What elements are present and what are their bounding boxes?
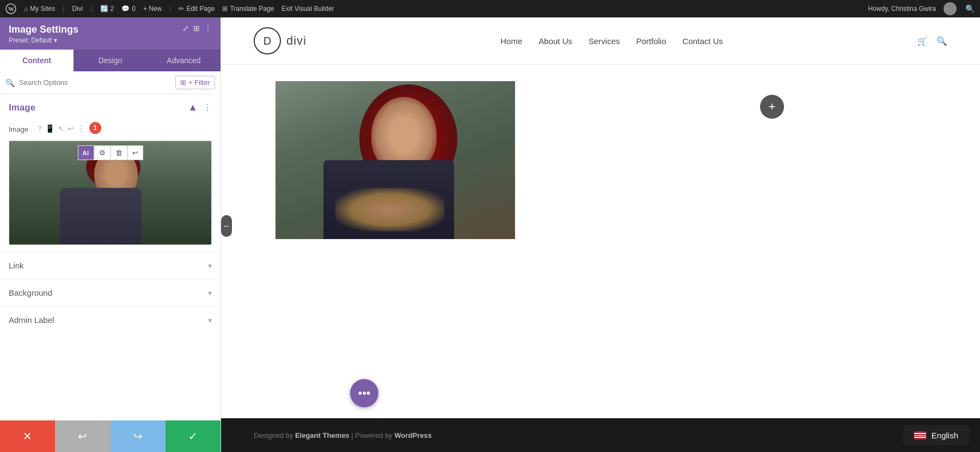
cancel-button[interactable]: ✕ — [0, 420, 55, 452]
logo-text: divi — [286, 34, 307, 48]
comments-link[interactable]: 💬 0 — [121, 5, 136, 13]
link-chevron-icon: ▾ — [208, 261, 212, 270]
delete-overlay-button[interactable]: 🗑 — [111, 145, 127, 160]
sidebar-expand-icon[interactable]: ⤢ — [182, 24, 189, 33]
cart-icon[interactable]: 🛒 — [917, 36, 928, 46]
image-section-actions: ▲ ⋮ — [188, 102, 212, 113]
ai-button[interactable]: AI — [78, 145, 94, 160]
help-icon[interactable]: ? — [38, 124, 42, 133]
admin-label-section-title: Admin Label — [9, 315, 54, 325]
admin-label-section: Admin Label ▾ — [0, 306, 220, 333]
edit-icon: ✏ — [179, 5, 184, 13]
nav-portfolio[interactable]: Portfolio — [636, 36, 666, 46]
footer-brand: Elegant Themes — [295, 431, 350, 439]
sidebar-preset[interactable]: Preset: Default ▾ — [9, 36, 78, 44]
nav-home[interactable]: Home — [500, 36, 522, 46]
filter-icon: ⊞ — [180, 78, 186, 87]
counter-link[interactable]: 🔄 2 — [100, 5, 114, 13]
exit-builder-link[interactable]: Exit Visual Builder — [281, 5, 334, 13]
background-accordion-header[interactable]: Background ▾ — [0, 279, 220, 306]
divi-link[interactable]: Divi — [72, 5, 83, 13]
logo-circle: D — [254, 27, 281, 54]
sidebar-content: Image ▲ ⋮ Image ? 📱 ↖ ↩ ⋮ 1 — [0, 94, 220, 420]
mobile-icon[interactable]: 📱 — [45, 124, 54, 133]
site-logo: D divi — [254, 27, 307, 54]
save-button[interactable]: ✓ — [166, 420, 220, 452]
resize-handle[interactable]: ↔ — [221, 215, 232, 237]
search-nav-icon[interactable]: 🔍 — [936, 36, 947, 46]
language-pill[interactable]: English — [903, 425, 969, 445]
sidebar-grid-icon[interactable]: ⊞ — [193, 24, 200, 33]
add-content-button[interactable]: + — [760, 95, 784, 119]
undo-icon[interactable]: ↩ — [68, 124, 74, 133]
website-footer: Designed by Elegant Themes | Powered by … — [221, 418, 980, 452]
wp-logo-link[interactable]: W — [5, 3, 16, 14]
translate-page-link[interactable]: ⊞ Translate Page — [222, 5, 274, 13]
footer-text: Designed by Elegant Themes | Powered by … — [254, 431, 432, 439]
undo-overlay-button[interactable]: ↩ — [127, 145, 143, 160]
image-section-header: Image ▲ ⋮ — [0, 94, 220, 119]
fab-button[interactable]: ••• — [350, 379, 378, 407]
main-layout: ↔ Image Settings Preset: Default ▾ ⤢ ⊞ ⋮… — [0, 17, 980, 452]
search-row: 🔍 ⊞ + Filter — [0, 71, 220, 94]
image-field-label: Image — [9, 122, 33, 133]
link-accordion-header[interactable]: Link ▾ — [0, 252, 220, 279]
site-nav: Home About Us Services Portfolio Contact… — [500, 36, 722, 46]
image-badge: 1 — [89, 122, 101, 134]
edit-page-link[interactable]: ✏ Edit Page — [179, 5, 215, 13]
user-label: Howdy, Christina Gwira — [868, 5, 936, 13]
sidebar-more-icon[interactable]: ⋮ — [204, 24, 212, 33]
background-chevron-icon: ▾ — [208, 289, 212, 297]
image-section-title: Image — [9, 102, 35, 113]
image-collapse-icon[interactable]: ▲ — [188, 102, 198, 113]
redo-button[interactable]: ↪ — [111, 420, 166, 452]
nav-contact[interactable]: Contact Us — [683, 36, 723, 46]
image-overlay-toolbar: AI ⚙ 🗑 ↩ — [78, 145, 143, 160]
search-icon: 🔍 — [5, 78, 15, 87]
background-section-title: Background — [9, 288, 52, 297]
link-section: Link ▾ — [0, 252, 220, 279]
admin-bar: W ⌂ My Sites | Divi | 🔄 2 💬 0 + New | ✏ … — [0, 0, 980, 17]
nav-icons: 🛒 🔍 — [917, 36, 947, 46]
image-more-icon[interactable]: ⋮ — [203, 102, 212, 113]
image-preview: AI ⚙ 🗑 ↩ — [9, 141, 211, 245]
nav-services[interactable]: Services — [589, 36, 620, 46]
image-field-row: Image ? 📱 ↖ ↩ ⋮ 1 — [0, 119, 220, 141]
search-input[interactable] — [19, 78, 171, 87]
tab-advanced[interactable]: Advanced — [147, 50, 220, 71]
filter-button[interactable]: ⊞ + Filter — [175, 76, 215, 89]
flag-icon — [914, 431, 926, 439]
nav-about[interactable]: About Us — [538, 36, 572, 46]
sidebar-header-actions: ⤢ ⊞ ⋮ — [182, 24, 212, 33]
more-options-icon[interactable]: ⋮ — [77, 124, 85, 133]
sidebar-header: Image Settings Preset: Default ▾ ⤢ ⊞ ⋮ — [0, 17, 220, 50]
tab-design[interactable]: Design — [74, 50, 147, 71]
image-preview-container[interactable]: AI ⚙ 🗑 ↩ — [9, 141, 212, 245]
sidebar-title: Image Settings — [9, 24, 78, 35]
main-page-image — [275, 81, 515, 239]
comment-icon: 💬 — [121, 5, 130, 13]
bottom-action-bar: ✕ ↩ ↪ ✓ — [0, 420, 220, 452]
website-body: + ••• — [221, 65, 980, 418]
undo-button[interactable]: ↩ — [55, 420, 110, 452]
admin-label-chevron-icon: ▾ — [208, 316, 212, 325]
search-icon[interactable]: 🔍 — [965, 4, 975, 13]
language-label: English — [932, 431, 958, 440]
translate-icon: ⊞ — [222, 5, 228, 13]
website-header: D divi Home About Us Services Portfolio … — [221, 17, 980, 65]
background-section: Background ▾ — [0, 279, 220, 306]
admin-label-accordion-header[interactable]: Admin Label ▾ — [0, 307, 220, 333]
tab-content[interactable]: Content — [0, 50, 74, 71]
svg-text:W: W — [8, 5, 14, 12]
link-section-title: Link — [9, 261, 24, 270]
sync-icon: 🔄 — [100, 5, 108, 13]
settings-overlay-button[interactable]: ⚙ — [94, 145, 111, 160]
arrow-icon[interactable]: ↖ — [58, 124, 64, 133]
user-avatar — [944, 2, 957, 15]
my-sites-icon: ⌂ — [24, 5, 28, 13]
image-field-icons: ? 📱 ↖ ↩ ⋮ — [38, 122, 85, 133]
sidebar: Image Settings Preset: Default ▾ ⤢ ⊞ ⋮ C… — [0, 17, 221, 452]
footer-cms: WordPress — [395, 431, 432, 439]
new-link[interactable]: + New — [143, 5, 162, 13]
my-sites-link[interactable]: ⌂ My Sites — [24, 5, 55, 13]
